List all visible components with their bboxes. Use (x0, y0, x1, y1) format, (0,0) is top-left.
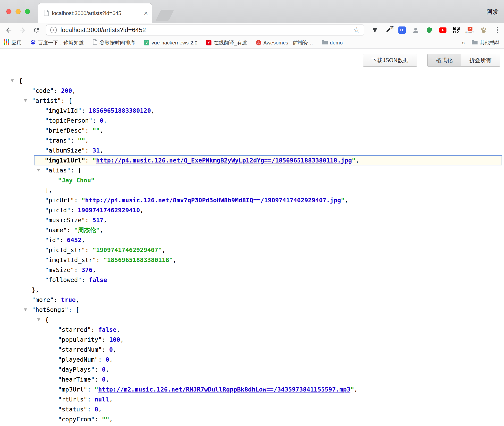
json-punctuation: , (103, 217, 107, 224)
json-punctuation: : (70, 207, 78, 214)
json-key: "starred" (58, 326, 91, 333)
json-url-link[interactable]: http://m2.music.126.net/RMJR7wDullRqppBk… (98, 386, 351, 393)
json-punctuation: : (70, 167, 78, 174)
download-json-button[interactable]: 下载JSON数据 (363, 54, 417, 67)
profile-name[interactable]: 阿发 (487, 8, 499, 16)
bookmark-baidu[interactable]: 百度一下，你就知道 (30, 39, 84, 46)
bookmark-awesomes[interactable]: A Awesomes - 前端资… (256, 39, 313, 46)
json-line: "Jay Chou" (0, 175, 504, 185)
profile-extension-icon[interactable] (409, 23, 422, 37)
reload-button[interactable] (32, 26, 41, 34)
bookmark-youdao-translate[interactable]: Y 在线翻译_有道 (206, 39, 247, 46)
json-string: "Jay Chou" (58, 177, 95, 184)
other-bookmarks-folder[interactable]: 其他书签 (472, 39, 500, 46)
bookmark-demo-folder[interactable]: demo (322, 40, 343, 46)
json-line: "starred": false, (0, 325, 504, 335)
json-punctuation: , (117, 326, 120, 333)
json-url-link[interactable]: http://p4.music.126.net/8mv7qP30Pd3oHW8b… (85, 197, 341, 204)
json-string: " (95, 386, 98, 393)
shield-extension-icon[interactable] (422, 23, 436, 37)
back-button[interactable] (4, 26, 13, 34)
json-punctuation: : (61, 97, 68, 104)
json-punctuation: : (95, 376, 102, 383)
bookmarks-overflow-chevron[interactable]: » (462, 39, 465, 46)
collapse-arrow-icon[interactable] (37, 169, 40, 171)
json-punctuation: , (173, 256, 176, 264)
json-line: "artist": { (0, 96, 504, 106)
collapse-arrow-icon[interactable] (24, 99, 27, 102)
json-punctuation: : (82, 276, 89, 283)
json-punctuation: , (355, 157, 359, 164)
json-punctuation: : (98, 356, 106, 363)
json-punctuation: { (68, 97, 72, 104)
json-key: "img1v1Id" (45, 107, 82, 114)
json-punctuation: : (102, 346, 109, 353)
bookmark-apps[interactable]: 应用 (4, 39, 22, 46)
player-extension-icon[interactable]: PLAYER (463, 23, 477, 37)
forward-button[interactable] (18, 26, 27, 34)
bookmark-vue-hackernews[interactable]: V vue-hackernews-2.0 (144, 40, 197, 46)
json-line: "mvSize": 376, (0, 265, 504, 275)
json-punctuation: : (74, 266, 81, 273)
json-punctuation: : (92, 117, 100, 124)
json-key: "picId" (45, 207, 70, 214)
json-punctuation: , (151, 107, 155, 114)
json-punctuation: : (67, 227, 74, 234)
json-key: "musicSize" (45, 217, 85, 224)
format-button[interactable]: 格式化 (428, 54, 461, 66)
json-punctuation: : (87, 386, 94, 393)
json-line: "rtUrls": null, (0, 394, 504, 404)
bookmark-label: demo (330, 40, 343, 46)
json-string: " (341, 197, 344, 204)
collapse-arrow-icon[interactable] (24, 308, 27, 311)
window-close-button[interactable] (6, 9, 11, 14)
json-key: "status" (58, 406, 87, 413)
json-line: "picId": 19097417462929410, (0, 205, 504, 215)
browser-tab[interactable]: localhost:3000/artists?id=645 × (38, 3, 152, 23)
window-minimize-button[interactable] (16, 9, 21, 14)
address-bar[interactable]: i localhost:3000/artists?id=6452 ☆ (46, 25, 364, 35)
collapse-arrow-icon[interactable] (37, 318, 40, 321)
json-punctuation: , (92, 266, 96, 273)
window-zoom-button[interactable] (25, 9, 30, 14)
json-key: "mvSize" (45, 266, 74, 273)
json-string: "" (92, 127, 100, 134)
json-line: "topicPerson": 0, (0, 116, 504, 126)
youdao-favicon: Y (206, 40, 211, 45)
url-text[interactable]: localhost:3000/artists?id=6452 (60, 26, 353, 34)
dark-flag-extension-icon[interactable] (368, 23, 382, 37)
paw-extension-icon[interactable] (477, 23, 490, 37)
json-tree: {"code": 200,"artist": {"img1v1Id": 1856… (0, 76, 504, 424)
json-value: null (95, 396, 109, 403)
json-key: "artist" (32, 97, 61, 104)
json-url-link[interactable]: http://p4.music.126.net/Q_ExePNkmgB2yWyL… (96, 157, 352, 164)
bookmark-google-sort[interactable]: 谷歌按时间排序 (92, 39, 135, 46)
bookmark-label: 谷歌按时间排序 (100, 39, 135, 46)
json-punctuation: : (102, 336, 109, 343)
json-key: "dayPlays" (58, 366, 95, 373)
json-string: "" (102, 416, 109, 423)
fe-extension-icon[interactable]: FE (395, 23, 409, 37)
collapse-all-button[interactable]: 折叠所有 (461, 54, 500, 66)
bookmark-label: 在线翻译_有道 (214, 39, 247, 46)
json-value: 0 (95, 406, 98, 413)
bookmark-star-icon[interactable]: ☆ (353, 26, 360, 34)
json-value: 200 (61, 87, 72, 94)
translate-extension-icon[interactable]: 英 (382, 23, 395, 37)
json-punctuation: , (100, 147, 103, 154)
new-tab-button[interactable] (156, 10, 174, 21)
json-string: "" (78, 137, 85, 144)
json-punctuation: : (91, 326, 98, 333)
tab-close-icon[interactable]: × (144, 10, 148, 17)
collapse-arrow-icon[interactable] (11, 79, 14, 82)
youtube-extension-icon[interactable] (436, 23, 450, 37)
json-key: "popularity" (58, 336, 102, 343)
json-value: 0 (102, 366, 106, 373)
qrcode-extension-icon[interactable] (450, 23, 463, 37)
browser-menu-button[interactable] (490, 23, 504, 37)
json-string: "周杰伦" (74, 227, 100, 234)
player-extension-label: PLAYER (465, 31, 475, 34)
bookmark-label: Awesomes - 前端资… (263, 39, 313, 46)
json-key: "trans" (45, 137, 70, 144)
page-info-icon[interactable]: i (50, 27, 57, 33)
